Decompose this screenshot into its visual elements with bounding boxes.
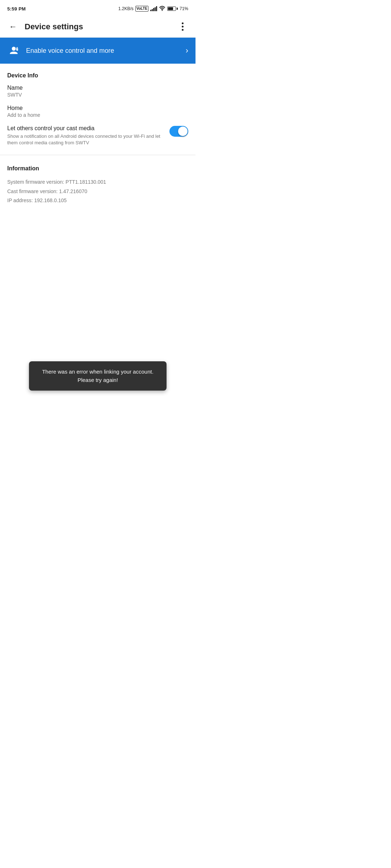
cast-control-setting: Let others control your cast media Show …	[7, 125, 188, 146]
status-bar: 5:59 PM 1.2KB/s VoLTE	[0, 0, 196, 16]
voice-person-icon	[7, 44, 20, 57]
voice-banner-left: Enable voice control and more	[7, 44, 114, 57]
firmware-label: System firmware version:	[7, 179, 64, 185]
cast-firmware-value: 1.47.216070	[59, 188, 87, 194]
cast-control-label: Let others control your cast media	[7, 125, 164, 132]
battery-percentage: 71%	[180, 6, 188, 11]
ip-line: IP address: 192.168.0.105	[7, 197, 67, 203]
voice-banner-text: Enable voice control and more	[26, 47, 114, 55]
firmware-line: System firmware version: PTT1.181130.001	[7, 179, 106, 185]
information-section: Information System firmware version: PTT…	[0, 158, 196, 211]
section-divider	[0, 155, 196, 155]
status-time: 5:59 PM	[7, 6, 26, 12]
cast-firmware-line: Cast firmware version: 1.47.216070	[7, 188, 87, 194]
cast-firmware-label: Cast firmware version:	[7, 188, 58, 194]
back-arrow-icon: ←	[9, 22, 17, 31]
cast-control-text: Let others control your cast media Show …	[7, 125, 169, 146]
more-options-button[interactable]	[175, 20, 190, 34]
home-value: Add to a home	[7, 112, 188, 118]
app-bar: ← Device settings	[0, 16, 196, 38]
battery-icon	[167, 7, 178, 11]
name-value: SWTV	[7, 92, 188, 98]
device-info-section: Device Info Name SWTV Home Add to a home…	[0, 64, 196, 152]
home-label: Home	[7, 105, 188, 111]
cast-control-toggle[interactable]	[169, 126, 188, 137]
ip-value: 192.168.0.105	[34, 197, 67, 203]
toast-text: There was an error when linking your acc…	[42, 369, 154, 383]
app-bar-left: ← Device settings	[6, 20, 83, 34]
ip-label: IP address:	[7, 197, 33, 203]
svg-point-0	[161, 10, 163, 11]
page-title: Device settings	[25, 22, 83, 31]
name-label: Name	[7, 85, 188, 91]
back-button[interactable]: ←	[6, 20, 20, 34]
volte-icon: VoLTE	[135, 6, 148, 12]
banner-chevron-icon: ›	[186, 46, 188, 55]
signal-icon	[150, 6, 157, 11]
home-setting[interactable]: Home Add to a home	[7, 105, 188, 118]
wifi-icon	[159, 6, 165, 12]
toggle-track[interactable]	[169, 126, 188, 137]
three-dots-icon	[182, 22, 184, 31]
status-right-icons: 1.2KB/s VoLTE 71%	[118, 6, 188, 12]
information-header: Information	[7, 165, 188, 172]
speed-indicator: 1.2KB/s	[118, 6, 134, 11]
name-setting[interactable]: Name SWTV	[7, 85, 188, 98]
error-toast: There was an error when linking your acc…	[29, 361, 167, 391]
firmware-value: PTT1.181130.001	[66, 179, 106, 185]
information-text: System firmware version: PTT1.181130.001…	[7, 178, 188, 205]
toggle-thumb	[178, 127, 188, 136]
voice-control-banner[interactable]: Enable voice control and more ›	[0, 38, 196, 64]
cast-control-desc: Show a notification on all Android devic…	[7, 133, 164, 146]
device-info-header: Device Info	[7, 72, 188, 79]
